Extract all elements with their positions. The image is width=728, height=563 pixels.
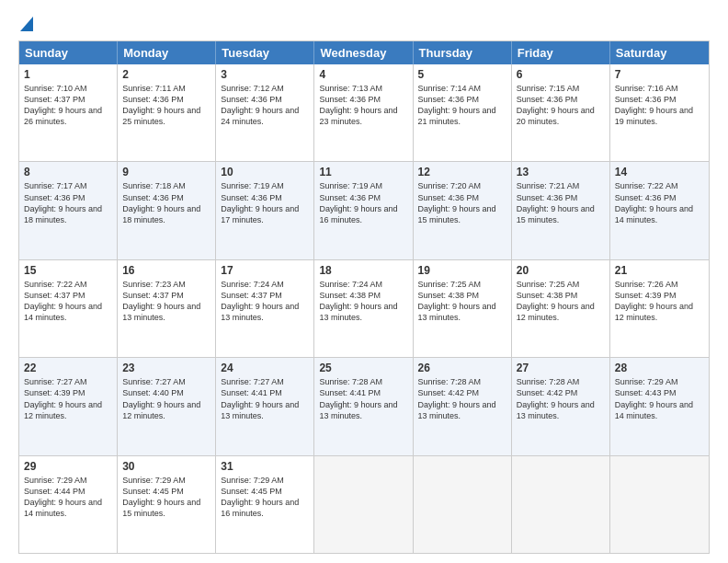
day-number: 14 — [615, 166, 704, 178]
day-number: 5 — [418, 68, 506, 81]
day-number: 17 — [221, 264, 309, 277]
logo-triangle-icon — [20, 17, 33, 35]
calendar-cell: 10Sunrise: 7:19 AM Sunset: 4:36 PM Dayli… — [216, 162, 314, 259]
day-number: 20 — [517, 264, 605, 277]
day-info: Sunrise: 7:28 AM Sunset: 4:41 PM Dayligh… — [319, 377, 397, 419]
day-info: Sunrise: 7:29 AM Sunset: 4:45 PM Dayligh… — [221, 476, 299, 518]
day-info: Sunrise: 7:29 AM Sunset: 4:44 PM Dayligh… — [24, 476, 102, 518]
logo — [18, 15, 33, 31]
day-number: 28 — [615, 362, 704, 374]
day-info: Sunrise: 7:29 AM Sunset: 4:45 PM Dayligh… — [122, 476, 200, 518]
calendar-cell: 3Sunrise: 7:12 AM Sunset: 4:36 PM Daylig… — [216, 64, 314, 161]
calendar-row: 1Sunrise: 7:10 AM Sunset: 4:37 PM Daylig… — [19, 64, 709, 162]
calendar-cell: 18Sunrise: 7:24 AM Sunset: 4:38 PM Dayli… — [314, 260, 413, 357]
day-number: 10 — [221, 166, 309, 178]
day-info: Sunrise: 7:12 AM Sunset: 4:36 PM Dayligh… — [221, 84, 299, 126]
day-number: 27 — [517, 362, 605, 374]
day-info: Sunrise: 7:25 AM Sunset: 4:38 PM Dayligh… — [517, 280, 595, 322]
calendar-cell: 25Sunrise: 7:28 AM Sunset: 4:41 PM Dayli… — [314, 358, 413, 454]
day-header-saturday: Saturday — [610, 41, 709, 64]
day-info: Sunrise: 7:11 AM Sunset: 4:36 PM Dayligh… — [122, 84, 200, 126]
svg-marker-0 — [20, 17, 33, 31]
day-info: Sunrise: 7:22 AM Sunset: 4:37 PM Dayligh… — [24, 280, 102, 322]
day-number: 12 — [418, 166, 506, 178]
day-number: 22 — [24, 362, 112, 374]
day-number: 6 — [517, 68, 605, 81]
calendar-cell: 17Sunrise: 7:24 AM Sunset: 4:37 PM Dayli… — [216, 260, 314, 357]
calendar-cell — [414, 456, 512, 553]
day-info: Sunrise: 7:18 AM Sunset: 4:36 PM Dayligh… — [122, 181, 200, 224]
day-info: Sunrise: 7:19 AM Sunset: 4:36 PM Dayligh… — [319, 181, 397, 224]
day-info: Sunrise: 7:27 AM Sunset: 4:40 PM Dayligh… — [122, 377, 200, 419]
calendar-row: 8Sunrise: 7:17 AM Sunset: 4:36 PM Daylig… — [19, 162, 709, 259]
calendar-cell: 22Sunrise: 7:27 AM Sunset: 4:39 PM Dayli… — [19, 358, 118, 454]
calendar: SundayMondayTuesdayWednesdayThursdayFrid… — [18, 40, 710, 554]
calendar-cell: 5Sunrise: 7:14 AM Sunset: 4:36 PM Daylig… — [414, 64, 512, 161]
calendar-cell: 23Sunrise: 7:27 AM Sunset: 4:40 PM Dayli… — [118, 358, 216, 454]
calendar-row: 15Sunrise: 7:22 AM Sunset: 4:37 PM Dayli… — [19, 260, 709, 358]
calendar-cell: 28Sunrise: 7:29 AM Sunset: 4:43 PM Dayli… — [610, 358, 709, 454]
calendar-cell: 4Sunrise: 7:13 AM Sunset: 4:36 PM Daylig… — [314, 64, 413, 161]
day-number: 8 — [24, 166, 112, 178]
day-number: 25 — [319, 362, 407, 374]
calendar-cell: 30Sunrise: 7:29 AM Sunset: 4:45 PM Dayli… — [118, 456, 216, 553]
day-info: Sunrise: 7:28 AM Sunset: 4:42 PM Dayligh… — [517, 377, 595, 419]
page: SundayMondayTuesdayWednesdayThursdayFrid… — [0, 0, 728, 563]
calendar-cell: 11Sunrise: 7:19 AM Sunset: 4:36 PM Dayli… — [314, 162, 413, 259]
day-number: 29 — [24, 460, 112, 473]
calendar-cell: 12Sunrise: 7:20 AM Sunset: 4:36 PM Dayli… — [414, 162, 512, 259]
calendar-cell: 9Sunrise: 7:18 AM Sunset: 4:36 PM Daylig… — [118, 162, 216, 259]
day-number: 15 — [24, 264, 112, 277]
calendar-cell — [512, 456, 610, 553]
calendar-cell: 21Sunrise: 7:26 AM Sunset: 4:39 PM Dayli… — [610, 260, 709, 357]
day-number: 3 — [221, 68, 309, 81]
calendar-cell: 7Sunrise: 7:16 AM Sunset: 4:36 PM Daylig… — [610, 64, 709, 161]
day-number: 2 — [122, 68, 210, 81]
day-info: Sunrise: 7:25 AM Sunset: 4:38 PM Dayligh… — [418, 280, 496, 322]
calendar-cell: 8Sunrise: 7:17 AM Sunset: 4:36 PM Daylig… — [19, 162, 118, 259]
day-number: 1 — [24, 68, 112, 81]
day-number: 11 — [319, 166, 407, 178]
day-header-sunday: Sunday — [19, 41, 118, 64]
calendar-cell: 14Sunrise: 7:22 AM Sunset: 4:36 PM Dayli… — [610, 162, 709, 259]
day-info: Sunrise: 7:21 AM Sunset: 4:36 PM Dayligh… — [517, 181, 595, 224]
day-info: Sunrise: 7:24 AM Sunset: 4:38 PM Dayligh… — [319, 280, 397, 322]
calendar-row: 22Sunrise: 7:27 AM Sunset: 4:39 PM Dayli… — [19, 358, 709, 455]
day-number: 30 — [122, 460, 210, 473]
day-info: Sunrise: 7:19 AM Sunset: 4:36 PM Dayligh… — [221, 181, 299, 224]
calendar-cell — [610, 456, 709, 553]
calendar-cell: 19Sunrise: 7:25 AM Sunset: 4:38 PM Dayli… — [414, 260, 512, 357]
day-info: Sunrise: 7:26 AM Sunset: 4:39 PM Dayligh… — [615, 280, 693, 322]
day-header-monday: Monday — [118, 41, 216, 64]
day-header-tuesday: Tuesday — [216, 41, 314, 64]
day-info: Sunrise: 7:14 AM Sunset: 4:36 PM Dayligh… — [418, 84, 496, 126]
day-info: Sunrise: 7:16 AM Sunset: 4:36 PM Dayligh… — [615, 84, 693, 126]
day-info: Sunrise: 7:17 AM Sunset: 4:36 PM Dayligh… — [24, 181, 102, 224]
calendar-header: SundayMondayTuesdayWednesdayThursdayFrid… — [19, 41, 709, 64]
calendar-cell: 13Sunrise: 7:21 AM Sunset: 4:36 PM Dayli… — [512, 162, 610, 259]
day-number: 26 — [418, 362, 506, 374]
day-info: Sunrise: 7:29 AM Sunset: 4:43 PM Dayligh… — [615, 377, 693, 419]
day-number: 7 — [615, 68, 704, 81]
day-info: Sunrise: 7:20 AM Sunset: 4:36 PM Dayligh… — [418, 181, 496, 224]
calendar-cell: 1Sunrise: 7:10 AM Sunset: 4:37 PM Daylig… — [19, 64, 118, 161]
day-info: Sunrise: 7:10 AM Sunset: 4:37 PM Dayligh… — [24, 84, 102, 126]
day-info: Sunrise: 7:23 AM Sunset: 4:37 PM Dayligh… — [122, 280, 200, 322]
day-header-wednesday: Wednesday — [314, 41, 413, 64]
calendar-cell: 20Sunrise: 7:25 AM Sunset: 4:38 PM Dayli… — [512, 260, 610, 357]
day-number: 23 — [122, 362, 210, 374]
day-number: 18 — [319, 264, 407, 277]
calendar-cell: 24Sunrise: 7:27 AM Sunset: 4:41 PM Dayli… — [216, 358, 314, 454]
day-number: 9 — [122, 166, 210, 178]
calendar-body: 1Sunrise: 7:10 AM Sunset: 4:37 PM Daylig… — [19, 64, 709, 553]
day-number: 21 — [615, 264, 704, 277]
calendar-cell — [314, 456, 413, 553]
day-header-thursday: Thursday — [414, 41, 512, 64]
calendar-row: 29Sunrise: 7:29 AM Sunset: 4:44 PM Dayli… — [19, 456, 709, 553]
day-header-friday: Friday — [512, 41, 610, 64]
calendar-cell: 2Sunrise: 7:11 AM Sunset: 4:36 PM Daylig… — [118, 64, 216, 161]
day-info: Sunrise: 7:27 AM Sunset: 4:41 PM Dayligh… — [221, 377, 299, 419]
calendar-cell: 27Sunrise: 7:28 AM Sunset: 4:42 PM Dayli… — [512, 358, 610, 454]
calendar-cell: 6Sunrise: 7:15 AM Sunset: 4:36 PM Daylig… — [512, 64, 610, 161]
day-number: 31 — [221, 460, 309, 473]
